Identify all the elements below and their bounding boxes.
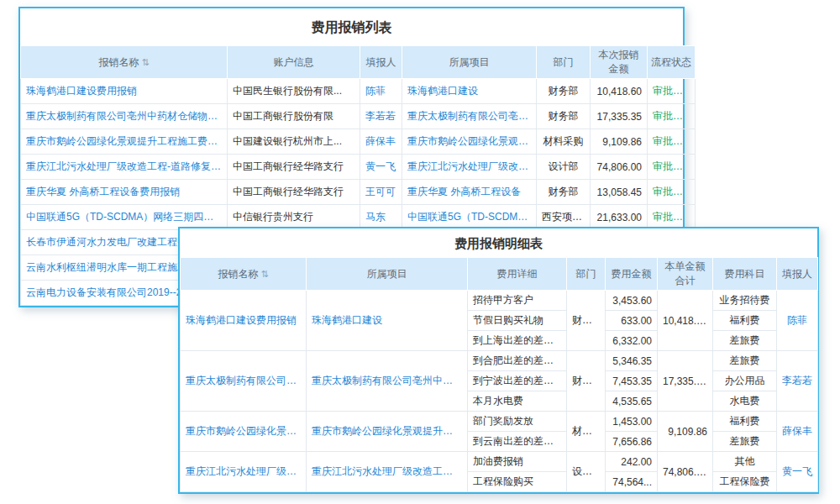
account-info: 中国建设银行杭州市上... bbox=[228, 129, 360, 155]
sort-icon[interactable]: ⇅ bbox=[141, 57, 149, 67]
table-row: 重庆华夏 外高桥工程设备费用报销中国工商银行经华路支行王可可重庆华夏 外高桥工程… bbox=[21, 180, 696, 205]
expense-detail-cell: 工程保险购买 bbox=[468, 472, 567, 492]
dept-cell: 财务部 bbox=[567, 291, 606, 351]
expense-amount-cell: 7,453.35 bbox=[606, 371, 658, 391]
dept-cell: 设计部 bbox=[567, 452, 606, 492]
expense-detail-cell: 到上海出差的差旅费 bbox=[468, 331, 567, 351]
dept-cell: 设计部 bbox=[537, 155, 591, 180]
status-badge[interactable]: 审批通过 bbox=[648, 180, 696, 205]
filler-link[interactable]: 黄一飞 bbox=[777, 452, 818, 492]
filler-link[interactable]: 陈菲 bbox=[360, 79, 402, 104]
account-info: 中国工商银行经华路支行 bbox=[228, 180, 360, 205]
column-header: 费用金额 bbox=[606, 258, 658, 291]
filler-link[interactable]: 李若若 bbox=[360, 104, 402, 129]
column-header: 费用详细 bbox=[468, 258, 567, 291]
project-link[interactable]: 重庆市鹅岭公园绿化景观提升工程施工 bbox=[307, 412, 468, 452]
report-name-link[interactable]: 珠海鹤港口建设费用报销 bbox=[21, 79, 228, 104]
column-header: 费用科目 bbox=[713, 258, 777, 291]
dept-cell: 西安项目部 bbox=[537, 205, 591, 230]
expense-category-cell: 其他 bbox=[713, 452, 777, 472]
expense-detail-cell: 到合肥出差的差旅费 bbox=[468, 351, 567, 371]
expense-amount-cell: 4,535.65 bbox=[606, 391, 658, 412]
project-link[interactable]: 珠海鹤港口建设 bbox=[307, 291, 468, 351]
total-amount-cell: 10,418.60 bbox=[658, 291, 713, 351]
status-badge[interactable]: 审批通过 bbox=[648, 79, 696, 104]
dept-cell: 财务部 bbox=[537, 79, 591, 104]
table-row: 珠海鹤港口建设费用报销中国民生银行股份有限...陈菲珠海鹤港口建设财务部10,4… bbox=[21, 79, 696, 104]
column-header: 流程状态 bbox=[648, 46, 696, 79]
expense-amount-cell: 3,453.60 bbox=[606, 291, 658, 311]
total-amount-cell: 74,806.00 bbox=[658, 452, 713, 492]
amount-cell: 17,335.35 bbox=[591, 104, 648, 129]
expense-detail-cell: 招待甲方客户 bbox=[468, 291, 567, 311]
filler-link[interactable]: 陈菲 bbox=[777, 291, 818, 351]
expense-category-cell: 水电费 bbox=[713, 391, 777, 412]
project-link[interactable]: 重庆江北污水处理厂级改造工程-道路修复工 bbox=[307, 452, 468, 492]
dept-cell: 材料采购 bbox=[537, 129, 591, 155]
total-amount-cell: 9,109.86 bbox=[658, 412, 713, 452]
detail-row: 珠海鹤港口建设费用报销珠海鹤港口建设招待甲方客户财务部3,453.6010,41… bbox=[181, 291, 818, 311]
amount-cell: 74,806.00 bbox=[591, 155, 648, 180]
amount-cell: 10,418.60 bbox=[591, 79, 648, 104]
report-name-link[interactable]: 中国联通5G（TD-SCDMA）网络三期四川工程费... bbox=[21, 205, 228, 230]
project-link[interactable]: 重庆太极制药有限公司亳州中... bbox=[402, 104, 537, 129]
expense-detail-cell: 到宁波出差的差旅费 bbox=[468, 371, 567, 391]
column-header: 填报人 bbox=[777, 258, 818, 291]
table-row: 重庆市鹅岭公园绿化景观提升工程施工费用报销中国建设银行杭州市上...薛保丰重庆市… bbox=[21, 129, 696, 155]
filler-link[interactable]: 黄一飞 bbox=[360, 155, 402, 180]
expense-detail-cell: 加油费报销 bbox=[468, 452, 567, 472]
project-link[interactable]: 重庆市鹅岭公园绿化景观提升... bbox=[402, 129, 537, 155]
sort-icon[interactable]: ⇅ bbox=[260, 269, 268, 279]
report-name-link[interactable]: 重庆市鹅岭公园绿化景观提升工程... bbox=[181, 412, 307, 452]
column-header[interactable]: 报销名称⇅ bbox=[181, 258, 307, 291]
list-table-title: 费用报销列表 bbox=[20, 8, 683, 45]
expense-amount-cell: 6,332.00 bbox=[606, 331, 658, 351]
report-name-link[interactable]: 重庆江北污水处理厂级改造工程-... bbox=[181, 452, 307, 492]
status-badge[interactable]: 审批通过 bbox=[648, 155, 696, 180]
detail-table-body: 珠海鹤港口建设费用报销珠海鹤港口建设招待甲方客户财务部3,453.6010,41… bbox=[181, 291, 818, 492]
project-link[interactable]: 重庆太极制药有限公司亳州中药材仓储物流... bbox=[307, 351, 468, 412]
expense-amount-cell: 633.00 bbox=[606, 311, 658, 331]
report-name-link[interactable]: 重庆太极制药有限公司亳州中药材仓储物流基地项... bbox=[21, 104, 228, 129]
account-info: 中信银行贵州支行 bbox=[228, 205, 360, 230]
column-header: 本单金额合计 bbox=[658, 258, 713, 291]
project-link[interactable]: 珠海鹤港口建设 bbox=[402, 79, 537, 104]
expense-category-cell: 差旅费 bbox=[713, 432, 777, 452]
project-link[interactable]: 重庆华夏 外高桥工程设备 bbox=[402, 180, 537, 205]
detail-table-title: 费用报销明细表 bbox=[180, 228, 817, 257]
dept-cell: 财务部 bbox=[567, 351, 606, 412]
column-header[interactable]: 报销名称⇅ bbox=[21, 46, 228, 79]
expense-category-cell: 业务招待费 bbox=[713, 291, 777, 311]
detail-row: 重庆市鹅岭公园绿化景观提升工程...重庆市鹅岭公园绿化景观提升工程施工部门奖励发… bbox=[181, 412, 818, 432]
project-link[interactable]: 重庆江北污水处理厂级改造工... bbox=[402, 155, 537, 180]
filler-link[interactable]: 王可可 bbox=[360, 180, 402, 205]
report-name-link[interactable]: 重庆市鹅岭公园绿化景观提升工程施工费用报销 bbox=[21, 129, 228, 155]
detail-row: 重庆江北污水处理厂级改造工程-...重庆江北污水处理厂级改造工程-道路修复工加油… bbox=[181, 452, 818, 472]
report-name-link[interactable]: 珠海鹤港口建设费用报销 bbox=[181, 291, 307, 351]
expense-amount-cell: 5,346.35 bbox=[606, 351, 658, 371]
expense-category-cell: 工程保险费 bbox=[713, 472, 777, 492]
expense-category-cell: 福利费 bbox=[713, 311, 777, 331]
filler-link[interactable]: 马东 bbox=[360, 205, 402, 230]
total-amount-cell: 17,335.35 bbox=[658, 351, 713, 412]
expense-detail-cell: 部门奖励发放 bbox=[468, 412, 567, 432]
account-info: 中国民生银行股份有限... bbox=[228, 79, 360, 104]
project-link[interactable]: 中国联通5G（TD-SCDMA）网... bbox=[402, 205, 537, 230]
dept-cell: 材料... bbox=[567, 412, 606, 452]
filler-link[interactable]: 薛保丰 bbox=[777, 412, 818, 452]
report-name-link[interactable]: 重庆华夏 外高桥工程设备费用报销 bbox=[21, 180, 228, 205]
status-badge[interactable]: 审批通过 bbox=[648, 129, 696, 155]
expense-category-cell: 办公用品 bbox=[713, 371, 777, 391]
expense-detail-cell: 到云南出差的差旅费 bbox=[468, 432, 567, 452]
status-badge[interactable]: 审批通过 bbox=[648, 104, 696, 129]
expense-detail-window: 费用报销明细表 报销名称⇅所属项目费用详细部门费用金额本单金额合计费用科目填报人… bbox=[178, 227, 819, 494]
status-badge[interactable]: 审批通过 bbox=[648, 205, 696, 230]
column-header: 填报人 bbox=[360, 46, 402, 79]
filler-link[interactable]: 李若若 bbox=[777, 351, 818, 412]
report-name-link[interactable]: 重庆江北污水处理厂级改造工程-道路修复工程费用... bbox=[21, 155, 228, 180]
expense-category-cell: 差旅费 bbox=[713, 351, 777, 371]
report-name-link[interactable]: 重庆太极制药有限公司亳州中药材... bbox=[181, 351, 307, 412]
filler-link[interactable]: 薛保丰 bbox=[360, 129, 402, 155]
column-header: 部门 bbox=[567, 258, 606, 291]
column-header: 本次报销金额 bbox=[591, 46, 648, 79]
